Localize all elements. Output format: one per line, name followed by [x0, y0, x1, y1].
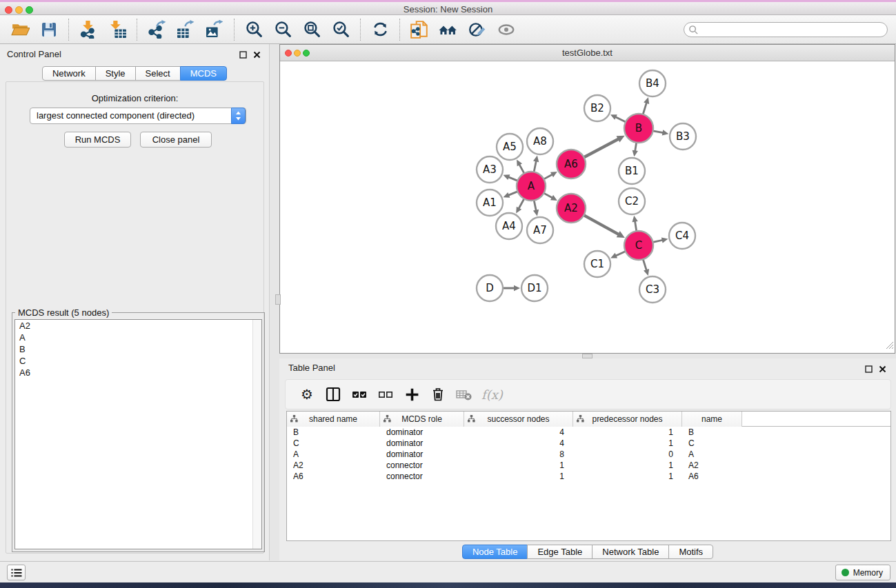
graph-edge-C-C1[interactable]: [610, 252, 625, 258]
delete-column-icon[interactable]: [427, 383, 449, 405]
panel-divider-handle[interactable]: [582, 354, 593, 358]
graph-node-C2[interactable]: C2: [619, 188, 645, 214]
table-cell[interactable]: 0: [573, 449, 682, 460]
column-header-successor-nodes[interactable]: successor nodes: [464, 412, 573, 427]
table-cell[interactable]: 1: [573, 460, 682, 471]
tab-network-table[interactable]: Network Table: [592, 545, 669, 559]
graph-node-A5[interactable]: A5: [497, 134, 523, 160]
tab-node-table[interactable]: Node Table: [462, 545, 528, 559]
table-cell[interactable]: dominator: [380, 438, 464, 449]
graph-edge-A-A6[interactable]: [544, 172, 557, 179]
apply-layout-icon[interactable]: [368, 18, 392, 41]
column-settings-icon[interactable]: ⚙: [296, 383, 318, 405]
graph-node-A4[interactable]: A4: [496, 213, 522, 239]
graph-node-A6[interactable]: A6: [557, 150, 586, 179]
export-table-icon[interactable]: [174, 18, 197, 41]
graph-edge-A2-C[interactable]: [584, 216, 625, 238]
delete-table-icon[interactable]: [453, 383, 475, 405]
table-cell[interactable]: B: [682, 427, 742, 438]
graph-edge-B-B2[interactable]: [610, 114, 625, 121]
table-cell[interactable]: C: [287, 438, 380, 449]
zoom-fit-icon[interactable]: [300, 18, 323, 41]
panel-divider-handle[interactable]: [275, 294, 281, 305]
table-cell[interactable]: A: [682, 449, 742, 460]
graph-node-B1[interactable]: B1: [619, 158, 645, 184]
table-cell[interactable]: connector: [380, 460, 464, 471]
graph-node-C4[interactable]: C4: [669, 223, 695, 249]
table-cell[interactable]: 1: [464, 471, 573, 482]
table-row[interactable]: A6connector11A6: [287, 471, 890, 482]
add-column-icon[interactable]: [401, 383, 423, 405]
graph-node-C3[interactable]: C3: [639, 276, 666, 303]
save-session-icon[interactable]: [37, 18, 61, 41]
show-graphics-details-icon[interactable]: [495, 18, 518, 41]
graph-edge-A-A2[interactable]: [544, 194, 557, 201]
scrollbar-track[interactable]: [252, 320, 261, 549]
zoom-out-icon[interactable]: [271, 18, 295, 41]
column-header-name[interactable]: name: [682, 412, 742, 427]
table-cell[interactable]: connector: [380, 471, 464, 482]
search-field[interactable]: [701, 23, 882, 36]
graph-node-A1[interactable]: A1: [477, 190, 503, 216]
table-cell[interactable]: A6: [682, 471, 742, 482]
graph-node-B3[interactable]: B3: [670, 123, 696, 150]
column-header-MCDS-role[interactable]: MCDS role: [380, 412, 464, 427]
graph-edge-C-C4[interactable]: [653, 237, 668, 243]
mcds-result-item[interactable]: B: [15, 343, 261, 355]
graph-node-A7[interactable]: A7: [527, 217, 553, 243]
table-cell[interactable]: 4: [464, 427, 573, 438]
resize-grip-icon[interactable]: [886, 340, 894, 352]
network-from-selection-icon[interactable]: [408, 18, 431, 41]
graph-node-D[interactable]: D: [477, 275, 503, 301]
tab-edge-table[interactable]: Edge Table: [527, 545, 593, 559]
table-cell[interactable]: 1: [573, 471, 682, 482]
graph-node-A2[interactable]: A2: [557, 194, 586, 223]
search-input[interactable]: [684, 22, 888, 37]
graph-node-C1[interactable]: C1: [584, 251, 610, 277]
table-cell[interactable]: dominator: [380, 449, 464, 460]
criterion-dropdown[interactable]: largest connected component (directed): [30, 108, 246, 124]
table-cell[interactable]: A2: [287, 460, 380, 471]
table-cell[interactable]: A: [287, 449, 380, 460]
graph-node-A3[interactable]: A3: [477, 156, 503, 183]
graph-edge-A-A4[interactable]: [516, 199, 524, 213]
open-session-icon[interactable]: [8, 18, 32, 41]
export-image-icon[interactable]: [203, 18, 226, 41]
table-cell[interactable]: 4: [464, 438, 573, 449]
graph-edge-C-C2[interactable]: [632, 216, 637, 231]
graph-node-B4[interactable]: B4: [639, 70, 666, 97]
table-cell[interactable]: 1: [573, 427, 682, 438]
deselect-all-icon[interactable]: [375, 383, 397, 405]
table-cell[interactable]: B: [287, 427, 380, 438]
hide-graphics-details-icon[interactable]: [466, 18, 489, 41]
table-row[interactable]: Adominator80A: [287, 449, 890, 460]
zoom-in-icon[interactable]: [242, 18, 266, 41]
import-table-icon[interactable]: [106, 18, 129, 41]
float-panel-icon[interactable]: [865, 363, 873, 376]
tab-network[interactable]: Network: [42, 66, 96, 81]
table-row[interactable]: A2connector11A2: [287, 460, 890, 471]
graph-edge-A-A5[interactable]: [517, 159, 524, 172]
graph-edge-B-B4[interactable]: [643, 97, 649, 114]
graph-edge-C-C3[interactable]: [644, 260, 649, 276]
home-icon[interactable]: [437, 18, 460, 41]
table-cell[interactable]: A2: [682, 460, 742, 471]
zoom-selected-icon[interactable]: [329, 18, 352, 41]
table-cell[interactable]: C: [682, 438, 742, 449]
graph-node-B2[interactable]: B2: [584, 95, 610, 121]
function-builder-icon[interactable]: f(x): [481, 387, 503, 402]
graph-edge-A-A8[interactable]: [533, 156, 539, 172]
task-history-button[interactable]: [7, 565, 26, 580]
mcds-result-item[interactable]: A2: [15, 320, 261, 332]
graph-edge-A6-B[interactable]: [584, 136, 624, 157]
mcds-result-item[interactable]: A6: [15, 367, 261, 378]
import-network-icon[interactable]: [77, 18, 100, 41]
graph-edge-A-A3[interactable]: [503, 174, 517, 181]
tab-mcds[interactable]: MCDS: [180, 66, 227, 81]
graph-edge-B-B3[interactable]: [654, 130, 669, 135]
graph-node-D1[interactable]: D1: [521, 275, 548, 301]
show-columns-icon[interactable]: [322, 383, 344, 405]
close-panel-icon[interactable]: [879, 363, 886, 376]
graph-node-A8[interactable]: A8: [527, 128, 553, 154]
run-mcds-button[interactable]: Run MCDS: [64, 132, 131, 148]
